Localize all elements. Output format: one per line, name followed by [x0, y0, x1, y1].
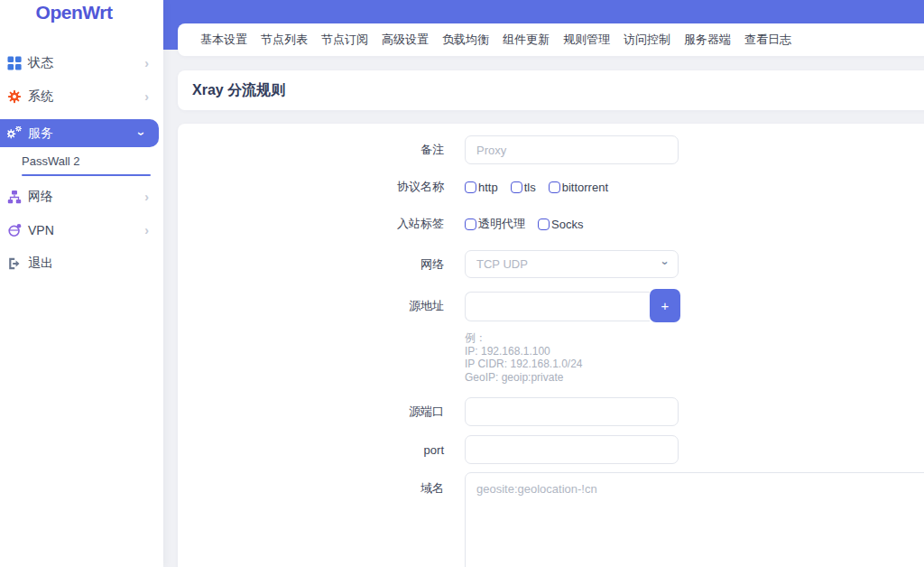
checkbox-icon	[465, 218, 476, 230]
domain-textarea[interactable]: geosite:geolocation-!cn	[465, 472, 924, 567]
gear-icon	[7, 89, 23, 104]
network-row: 网络 TCP UDP ›	[178, 250, 924, 278]
remark-row: 备注	[178, 135, 924, 164]
tab-advanced-settings[interactable]: 高级设置	[382, 32, 429, 48]
chevron-right-icon: ›	[144, 56, 149, 70]
tab-server-side[interactable]: 服务器端	[684, 32, 731, 48]
sidebar-item-system[interactable]: 系统 ›	[0, 79, 163, 113]
rule-form-card: 备注 协议名称 http tls bittorrent 入站标签 透明代理	[178, 124, 924, 567]
domain-row: 域名 geosite:geolocation-!cn	[178, 472, 924, 567]
inbound-tag-label: 入站标签	[178, 216, 444, 232]
sidebar-item-logout[interactable]: 退出	[0, 246, 163, 280]
sitemap-icon	[7, 190, 23, 204]
checkbox-icon	[538, 218, 550, 230]
network-label: 网络	[178, 256, 444, 273]
services-gears-icon	[7, 126, 23, 141]
checkbox-icon	[549, 181, 560, 193]
source-port-label: 源端口	[178, 404, 444, 420]
status-grid-icon	[7, 56, 23, 70]
chevron-right-icon: ›	[144, 190, 149, 204]
select-caret-icon: ›	[658, 261, 671, 265]
domain-label: 域名	[178, 472, 444, 497]
sidebar-item-network[interactable]: 网络 ›	[0, 180, 163, 213]
protocol-checkbox-bittorrent[interactable]: bittorrent	[549, 181, 608, 194]
source-port-row: 源端口	[178, 397, 924, 426]
tab-node-list[interactable]: 节点列表	[261, 32, 308, 48]
tab-node-subscribe[interactable]: 节点订阅	[321, 32, 368, 48]
network-select[interactable]: TCP UDP ›	[465, 250, 679, 278]
page-title: Xray 分流规则	[192, 81, 285, 100]
protocol-label: 协议名称	[178, 179, 444, 195]
source-address-input[interactable]	[465, 292, 650, 321]
protocol-checkbox-http[interactable]: http	[465, 181, 498, 194]
port-label: port	[178, 443, 444, 457]
tab-basic-settings[interactable]: 基本设置	[200, 32, 247, 48]
service-tab-bar: 基本设置 节点列表 节点订阅 高级设置 负载均衡 组件更新 规则管理 访问控制 …	[178, 23, 924, 56]
protocol-checkbox-tls[interactable]: tls	[511, 181, 536, 194]
source-address-hint: 例： IP: 192.168.1.100 IP CIDR: 192.168.1.…	[465, 331, 583, 384]
sidebar: OpenWrt 状态 › 系统 › 服务 › PassWall 2	[0, 0, 163, 567]
checkbox-icon	[511, 181, 522, 193]
source-address-row: 源地址 +	[178, 289, 924, 322]
network-select-value: TCP UDP	[476, 257, 528, 271]
source-address-label: 源地址	[178, 289, 444, 314]
chevron-right-icon: ›	[144, 223, 149, 237]
tab-component-update[interactable]: 组件更新	[503, 32, 550, 48]
inbound-checkbox-socks[interactable]: Socks	[538, 218, 583, 231]
page-title-card: Xray 分流规则	[178, 70, 924, 110]
chevron-down-icon: ›	[135, 131, 150, 135]
sidebar-item-vpn[interactable]: VPN ›	[0, 213, 163, 246]
sidebar-item-services[interactable]: 服务 ›	[0, 119, 159, 147]
source-port-input[interactable]	[465, 397, 679, 426]
protocol-row: 协议名称 http tls bittorrent	[178, 177, 924, 197]
tab-load-balancing[interactable]: 负载均衡	[442, 32, 489, 48]
port-row: port	[178, 435, 924, 464]
remark-input[interactable]	[465, 135, 679, 164]
openwrt-logo[interactable]: OpenWrt	[0, 2, 148, 23]
tab-view-log[interactable]: 查看日志	[744, 32, 791, 48]
sidebar-item-passwall2[interactable]: PassWall 2	[0, 147, 163, 174]
checkbox-icon	[465, 181, 476, 193]
globe-icon	[7, 223, 23, 237]
add-source-address-button[interactable]: +	[650, 289, 680, 322]
inbound-tag-row: 入站标签 透明代理 Socks	[178, 214, 924, 234]
tab-access-control[interactable]: 访问控制	[624, 32, 670, 48]
remark-label: 备注	[178, 142, 444, 158]
sidebar-item-status[interactable]: 状态 ›	[0, 46, 163, 79]
port-input[interactable]	[465, 435, 679, 464]
logout-icon	[7, 256, 23, 271]
tab-rule-manage[interactable]: 规则管理	[563, 32, 610, 48]
source-address-hint-row: 例： IP: 192.168.1.100 IP CIDR: 192.168.1.…	[178, 331, 924, 384]
inbound-checkbox-transparent-proxy[interactable]: 透明代理	[465, 216, 525, 232]
chevron-right-icon: ›	[144, 89, 149, 104]
